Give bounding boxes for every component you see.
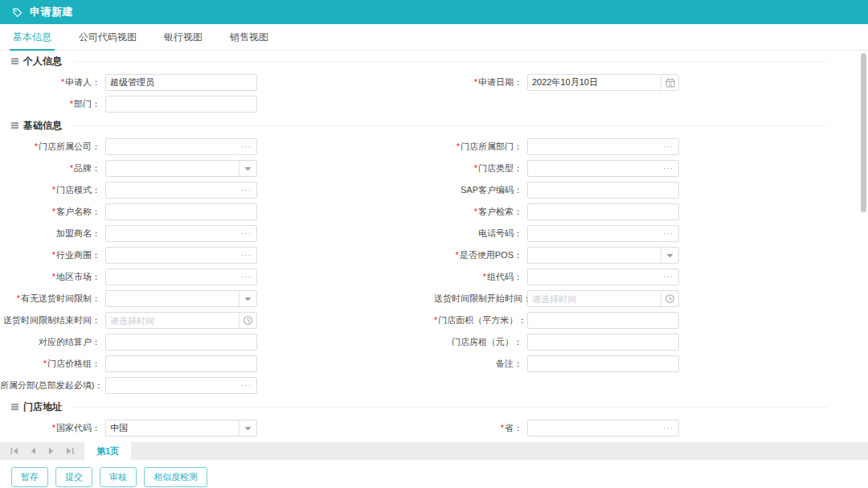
settlement-account-input[interactable]	[105, 334, 257, 351]
group-code-field[interactable]	[528, 269, 661, 285]
ellipsis-icon[interactable]: ···	[661, 161, 678, 176]
store-mode-field[interactable]	[106, 182, 240, 198]
delivery-limit-end-label: 送货时间限制结束时间：	[0, 314, 105, 326]
tab-company-code-view[interactable]: 公司代码视图	[77, 24, 138, 50]
last-page-icon[interactable]	[65, 446, 75, 456]
franchisee-name-input[interactable]: ···	[105, 225, 257, 242]
province-input[interactable]: ···	[527, 420, 679, 437]
industry-circle-input[interactable]: ···	[105, 247, 257, 264]
store-type-field[interactable]	[528, 161, 661, 176]
ellipsis-icon[interactable]: ···	[661, 269, 678, 285]
phone-number-input[interactable]: ···	[527, 225, 679, 242]
ellipsis-icon[interactable]: ···	[240, 248, 256, 263]
region-market-input[interactable]: ···	[105, 269, 257, 285]
next-page-icon[interactable]	[47, 446, 56, 456]
country-code-input[interactable]	[105, 420, 257, 437]
store-type-input[interactable]: ···	[527, 160, 679, 177]
department-label: *部门：	[0, 98, 105, 110]
remarks-field[interactable]	[528, 356, 678, 371]
settlement-account-field[interactable]	[106, 334, 256, 350]
label-colon: ：	[514, 337, 522, 347]
delivery-limit-start-input[interactable]	[527, 290, 679, 307]
ellipsis-icon[interactable]: ···	[661, 420, 678, 436]
submit-button[interactable]: 提交	[55, 467, 92, 487]
use-pos-field[interactable]	[528, 248, 661, 263]
ellipsis-icon[interactable]: ···	[240, 378, 256, 393]
department-field[interactable]	[106, 96, 256, 112]
ellipsis-icon[interactable]: ···	[240, 269, 256, 285]
dropdown-button[interactable]	[239, 420, 256, 436]
prev-page-icon[interactable]	[28, 446, 38, 456]
brand-input[interactable]	[105, 160, 257, 177]
tab-basic-info[interactable]: 基本信息	[11, 24, 53, 50]
customer-name-field[interactable]	[106, 204, 256, 219]
sap-customer-code-input[interactable]	[527, 182, 679, 199]
field-delivery-time-limit: *有无送货时间限制：	[0, 288, 434, 310]
store-area-field[interactable]	[528, 313, 678, 328]
apply-date-field[interactable]	[528, 75, 661, 90]
ellipsis-icon[interactable]: ···	[240, 182, 256, 198]
delivery-time-limit-input[interactable]	[105, 290, 257, 307]
review-button[interactable]: 审核	[100, 467, 137, 487]
delivery-limit-end-field[interactable]	[106, 313, 239, 328]
store-price-group-field[interactable]	[106, 356, 256, 371]
group-code-input[interactable]: ···	[527, 269, 679, 285]
app-header: 申请新建	[0, 0, 868, 24]
clock-button[interactable]	[239, 313, 256, 328]
dropdown-button[interactable]	[239, 161, 256, 176]
customer-name-input[interactable]	[105, 203, 257, 220]
franchisee-name-field[interactable]	[106, 226, 240, 241]
branch-input[interactable]: ···	[105, 377, 257, 394]
dropdown-button[interactable]	[239, 291, 256, 306]
ellipsis-icon[interactable]: ···	[661, 139, 678, 154]
store-price-group-input[interactable]	[105, 355, 257, 372]
sap-customer-code-field[interactable]	[528, 182, 678, 198]
remarks-input[interactable]	[527, 355, 679, 372]
clock-button[interactable]	[661, 291, 678, 306]
label-text: SAP客户编码	[461, 185, 514, 195]
ellipsis-icon[interactable]: ···	[661, 226, 678, 241]
province-field[interactable]	[528, 420, 661, 436]
first-page-icon[interactable]	[10, 446, 19, 456]
store-department-field[interactable]	[528, 139, 661, 154]
tab-sales-view[interactable]: 销售视图	[228, 24, 270, 50]
page-tab[interactable]: 第1页	[84, 442, 131, 460]
delivery-limit-start-field[interactable]	[528, 291, 661, 306]
apply-date-input[interactable]: 31	[527, 74, 679, 91]
label-colon: ：	[92, 99, 100, 109]
delivery-limit-end-input[interactable]	[105, 312, 257, 329]
applicant-field[interactable]	[106, 75, 256, 90]
branch-field[interactable]	[106, 378, 240, 393]
save-draft-button[interactable]: 暂存	[11, 467, 48, 487]
applicant-input[interactable]	[105, 74, 257, 91]
store-rent-field[interactable]	[528, 334, 678, 350]
industry-circle-field[interactable]	[106, 248, 240, 263]
phone-number-field[interactable]	[528, 226, 661, 241]
ellipsis-icon[interactable]: ···	[240, 226, 256, 241]
section-divider	[73, 61, 828, 62]
brand-field[interactable]	[106, 161, 239, 176]
use-pos-input[interactable]	[527, 247, 679, 264]
tab-bank-view[interactable]: 银行视图	[162, 24, 204, 50]
store-mode-input[interactable]: ···	[105, 182, 257, 199]
store-company-input[interactable]: ···	[105, 138, 257, 155]
vertical-scrollbar[interactable]	[861, 53, 866, 212]
delivery-time-limit-field[interactable]	[106, 291, 239, 306]
region-market-field[interactable]	[106, 269, 240, 285]
label-colon: ：	[92, 359, 100, 368]
calendar-button[interactable]: 31	[661, 75, 678, 90]
department-input[interactable]	[105, 96, 257, 113]
store-area-input[interactable]	[527, 312, 679, 329]
similarity-check-button[interactable]: 相似度检测	[144, 467, 207, 487]
section-store-address: 门店地址*国家代码：*省：···	[0, 396, 868, 439]
store-rent-input[interactable]	[527, 334, 679, 351]
label-text: 门店类型	[478, 163, 514, 173]
customer-search-input[interactable]	[527, 203, 679, 220]
country-code-field[interactable]	[106, 420, 239, 436]
label-colon: ：	[92, 185, 100, 195]
customer-search-field[interactable]	[528, 204, 678, 219]
ellipsis-icon[interactable]: ···	[240, 139, 256, 154]
store-department-input[interactable]: ···	[527, 138, 679, 155]
store-company-field[interactable]	[106, 139, 240, 154]
dropdown-button[interactable]	[661, 248, 678, 263]
